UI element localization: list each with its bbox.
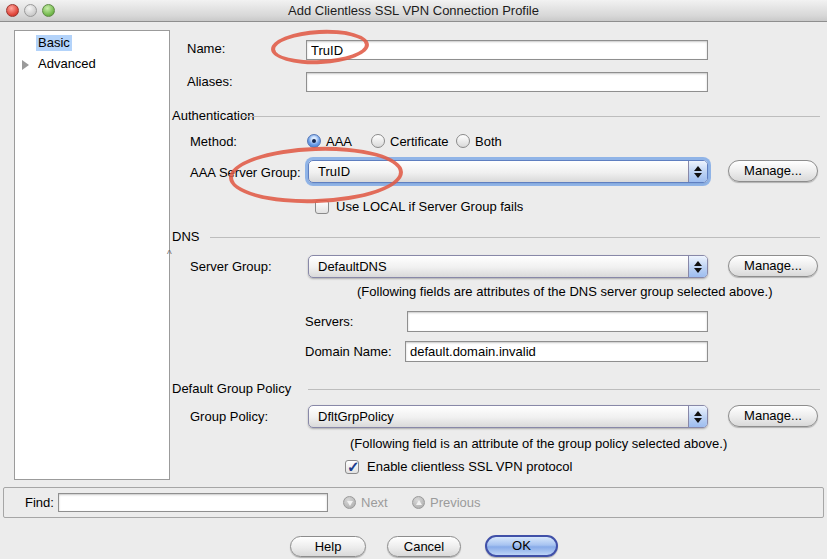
servers-label: Servers: bbox=[305, 314, 353, 329]
dialog-window: Add Clientless SSL VPN Connection Profil… bbox=[0, 0, 827, 559]
group-policy-manage-button[interactable]: Manage... bbox=[728, 405, 818, 427]
dns-section-title: DNS bbox=[172, 229, 199, 244]
name-label: Name: bbox=[187, 41, 225, 56]
cancel-button[interactable]: Cancel bbox=[387, 536, 461, 557]
find-label: Find: bbox=[25, 495, 54, 510]
title-bar[interactable]: Add Clientless SSL VPN Connection Profil… bbox=[0, 0, 827, 22]
stepper-icon[interactable] bbox=[688, 256, 707, 277]
method-label: Method: bbox=[190, 134, 237, 149]
aaa-server-group-value: TruID bbox=[309, 164, 688, 179]
radio-certificate-label[interactable]: Certificate bbox=[390, 134, 449, 149]
tree-item-basic-label[interactable]: Basic bbox=[36, 35, 72, 51]
tree-item-advanced-label[interactable]: Advanced bbox=[36, 56, 98, 72]
section-divider bbox=[308, 389, 820, 390]
tree-item-basic[interactable]: Basic bbox=[15, 35, 169, 52]
aliases-input[interactable] bbox=[306, 72, 708, 92]
radio-certificate[interactable] bbox=[371, 134, 385, 148]
find-previous-label: Previous bbox=[430, 495, 481, 510]
find-next-button[interactable]: Next bbox=[343, 495, 388, 510]
radio-aaa[interactable] bbox=[307, 134, 321, 148]
aaa-server-group-dropdown[interactable]: TruID bbox=[308, 160, 708, 183]
default-group-policy-section-title: Default Group Policy bbox=[172, 381, 291, 396]
enable-clientless-checkbox[interactable] bbox=[345, 460, 359, 474]
find-next-label: Next bbox=[361, 495, 388, 510]
find-input[interactable] bbox=[58, 493, 328, 512]
radio-both[interactable] bbox=[456, 134, 470, 148]
dns-server-group-value: DefaultDNS bbox=[309, 259, 688, 274]
dns-server-group-label: Server Group: bbox=[190, 259, 272, 274]
window-title: Add Clientless SSL VPN Connection Profil… bbox=[0, 3, 827, 18]
stepper-icon[interactable] bbox=[688, 161, 707, 182]
use-local-label[interactable]: Use LOCAL if Server Group fails bbox=[336, 199, 523, 214]
radio-aaa-label[interactable]: AAA bbox=[326, 134, 352, 149]
name-input[interactable] bbox=[306, 40, 708, 60]
nav-tree: Basic Advanced bbox=[14, 30, 170, 480]
dns-note: (Following fields are attributes of the … bbox=[357, 284, 772, 299]
use-local-checkbox[interactable] bbox=[315, 200, 329, 214]
tree-item-advanced[interactable]: Advanced bbox=[15, 56, 169, 73]
aaa-manage-button[interactable]: Manage... bbox=[728, 160, 818, 182]
enable-clientless-label[interactable]: Enable clientless SSL VPN protocol bbox=[367, 459, 572, 474]
section-divider bbox=[210, 237, 820, 238]
ok-button[interactable]: OK bbox=[485, 535, 558, 557]
previous-icon bbox=[412, 496, 425, 509]
section-divider bbox=[242, 116, 820, 117]
stepper-icon[interactable] bbox=[688, 406, 707, 427]
domain-name-label: Domain Name: bbox=[305, 344, 392, 359]
stray-caret-mark: ^ bbox=[167, 249, 172, 260]
servers-input[interactable] bbox=[407, 311, 708, 332]
aliases-label: Aliases: bbox=[187, 74, 233, 89]
dns-manage-button[interactable]: Manage... bbox=[728, 255, 818, 277]
group-policy-note: (Following field is an attribute of the … bbox=[350, 436, 727, 451]
find-previous-button[interactable]: Previous bbox=[412, 495, 481, 510]
expander-triangle-icon[interactable] bbox=[22, 60, 29, 70]
aaa-server-group-label: AAA Server Group: bbox=[190, 165, 301, 180]
dns-server-group-dropdown[interactable]: DefaultDNS bbox=[308, 255, 708, 278]
radio-both-label[interactable]: Both bbox=[475, 134, 502, 149]
domain-name-input[interactable] bbox=[405, 341, 708, 362]
group-policy-dropdown[interactable]: DfltGrpPolicy bbox=[308, 405, 708, 428]
group-policy-value: DfltGrpPolicy bbox=[309, 409, 688, 424]
group-policy-label: Group Policy: bbox=[190, 409, 268, 424]
next-icon bbox=[343, 496, 356, 509]
help-button[interactable]: Help bbox=[290, 536, 366, 557]
